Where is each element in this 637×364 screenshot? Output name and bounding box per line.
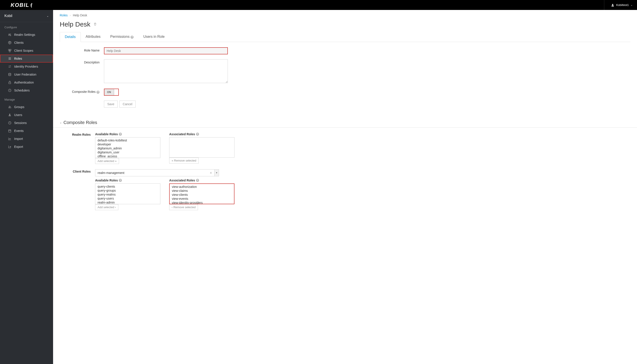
chevron-down-icon: ⌄ bbox=[630, 4, 632, 6]
sidebar-item-import[interactable]: Import bbox=[0, 135, 53, 143]
tabs: Details Attributes Permissions ? Users i… bbox=[60, 32, 630, 42]
realm-roles-label: Realm Roles bbox=[60, 132, 95, 136]
description-textarea[interactable] bbox=[104, 59, 228, 83]
sidebar-item-label: Users bbox=[14, 113, 22, 117]
help-icon: ? bbox=[119, 179, 122, 182]
list-item[interactable]: view-clients bbox=[170, 193, 234, 197]
sidebar-item-label: Import bbox=[14, 137, 23, 140]
sidebar-item-sessions[interactable]: Sessions bbox=[0, 119, 53, 127]
sidebar-item-clients[interactable]: Clients bbox=[0, 39, 53, 47]
sidebar-item-schedulers[interactable]: Schedulers bbox=[0, 86, 53, 94]
add-selected-client-button[interactable]: Add selected › bbox=[95, 204, 118, 210]
realm-available-roles-list[interactable]: default-roles-kobiltestdeveloperdigitani… bbox=[95, 137, 160, 158]
chevron-right-icon: › bbox=[70, 14, 71, 16]
delete-button[interactable] bbox=[93, 22, 97, 26]
user-menu[interactable]: Kobiltest1 ⌄ bbox=[604, 0, 632, 10]
tab-label: Permissions bbox=[110, 35, 130, 38]
chevron-right-double-icon: » bbox=[115, 159, 117, 163]
sidebar-item-user-federation[interactable]: User Federation bbox=[0, 70, 53, 78]
realm-associated-roles-list[interactable] bbox=[169, 137, 234, 158]
tab-attributes[interactable]: Attributes bbox=[81, 32, 106, 42]
import-icon bbox=[8, 137, 12, 140]
section-title: Composite Roles bbox=[64, 120, 97, 125]
brand-logo: KOBIL ı|' bbox=[11, 2, 32, 8]
sidebar-item-events[interactable]: Events bbox=[0, 127, 53, 135]
sidebar-item-users[interactable]: Users bbox=[0, 111, 53, 119]
dropdown-toggle-button[interactable]: ▼ bbox=[215, 169, 219, 176]
chevron-right-icon: › bbox=[115, 206, 116, 209]
list-item[interactable]: view-events bbox=[170, 197, 234, 201]
list-item[interactable]: query-users bbox=[95, 196, 160, 200]
breadcrumb-parent-link[interactable]: Roles bbox=[60, 14, 68, 17]
composite-roles-toggle[interactable]: ON bbox=[104, 88, 119, 96]
cubes-icon bbox=[8, 49, 12, 52]
breadcrumb: Roles › Help Desk bbox=[53, 10, 637, 19]
breadcrumb-current: Help Desk bbox=[73, 14, 87, 17]
svg-rect-8 bbox=[9, 82, 11, 84]
svg-point-2 bbox=[10, 34, 10, 35]
realm-selector[interactable]: Kobil ⌄ bbox=[0, 10, 53, 22]
clock-icon bbox=[8, 88, 12, 92]
brand-mark-icon: ı|' bbox=[30, 2, 32, 8]
clear-icon[interactable]: ✕ bbox=[210, 171, 212, 174]
remove-selected-realm-button[interactable]: « Remove selected bbox=[169, 158, 199, 164]
sidebar-section-manage: Manage bbox=[0, 94, 53, 103]
chevron-down-icon: ⌄ bbox=[47, 14, 49, 18]
list-item[interactable]: query-clients bbox=[95, 184, 160, 188]
client-associated-roles-list[interactable]: view-authorizationview-claimsview-client… bbox=[169, 184, 234, 204]
svg-point-0 bbox=[612, 4, 613, 5]
help-icon: ? bbox=[131, 36, 134, 39]
sidebar-item-identity-providers[interactable]: Identity Providers bbox=[0, 62, 53, 70]
sidebar-item-realm-settings[interactable]: Realm Settings bbox=[0, 31, 53, 39]
chevron-down-icon: ⌄ bbox=[60, 121, 62, 124]
sidebar-item-roles[interactable]: Roles bbox=[0, 54, 53, 62]
user-icon bbox=[611, 3, 614, 7]
sidebar-item-groups[interactable]: Groups bbox=[0, 103, 53, 111]
page-header: Help Desk bbox=[53, 19, 637, 32]
sidebar: Kobil ⌄ Configure Realm Settings Clients… bbox=[0, 10, 53, 364]
svg-rect-5 bbox=[10, 49, 11, 50]
svg-point-11 bbox=[10, 106, 11, 107]
sidebar-item-client-scopes[interactable]: Client Scopes bbox=[0, 47, 53, 54]
list-item[interactable]: digitanium_admin bbox=[95, 146, 160, 150]
user-name: Kobiltest1 bbox=[616, 3, 629, 7]
role-name-input[interactable] bbox=[104, 47, 228, 54]
client-available-roles-list[interactable]: query-clientsquery-groupsquery-realmsque… bbox=[95, 184, 160, 204]
cancel-button[interactable]: Cancel bbox=[119, 100, 136, 108]
list-item[interactable]: realm-admin bbox=[95, 200, 160, 204]
list-item[interactable]: query-groups bbox=[95, 188, 160, 192]
toggle-on-label: ON bbox=[104, 89, 114, 95]
svg-point-3 bbox=[11, 35, 11, 36]
sidebar-item-label: Groups bbox=[14, 105, 24, 109]
list-item[interactable]: developer bbox=[95, 142, 160, 146]
brand-text: KOBIL bbox=[11, 2, 30, 8]
list-item[interactable]: view-authorization bbox=[170, 185, 234, 189]
list-item[interactable]: offline_access bbox=[95, 154, 160, 158]
client-select-value: realm-management bbox=[98, 171, 124, 174]
role-name-label: Role Name bbox=[60, 47, 104, 52]
list-item[interactable]: digitanium_user bbox=[95, 150, 160, 154]
sidebar-item-export[interactable]: Export bbox=[0, 143, 53, 151]
list-item[interactable]: view-identity-providers bbox=[170, 201, 234, 204]
associated-roles-label: Associated Roles ? bbox=[169, 132, 234, 136]
cube-icon bbox=[8, 41, 12, 44]
toggle-knob bbox=[114, 89, 118, 95]
save-button[interactable]: Save bbox=[104, 100, 118, 108]
sidebar-item-authentication[interactable]: Authentication bbox=[0, 78, 53, 86]
tab-permissions[interactable]: Permissions ? bbox=[106, 32, 139, 42]
sidebar-item-label: User Federation bbox=[14, 73, 36, 76]
list-item[interactable]: default-roles-kobiltest bbox=[95, 138, 160, 142]
client-select[interactable]: realm-management ✕ ▼ bbox=[95, 169, 219, 176]
sidebar-item-label: Realm Settings bbox=[14, 33, 35, 36]
remove-selected-client-button[interactable]: ‹ Remove selected bbox=[169, 204, 198, 210]
list-item[interactable]: view-claims bbox=[170, 189, 234, 193]
composite-roles-section-header[interactable]: ⌄ Composite Roles bbox=[53, 118, 637, 128]
client-roles-label: Client Roles bbox=[60, 169, 95, 173]
tab-users-in-role[interactable]: Users in Role bbox=[138, 32, 169, 42]
tab-details[interactable]: Details bbox=[60, 32, 81, 42]
page-title: Help Desk bbox=[60, 20, 90, 28]
list-item[interactable]: query-realms bbox=[95, 192, 160, 196]
help-icon: ? bbox=[119, 132, 122, 136]
add-selected-realm-button[interactable]: Add selected » bbox=[95, 158, 119, 164]
sidebar-section-configure: Configure bbox=[0, 22, 53, 31]
